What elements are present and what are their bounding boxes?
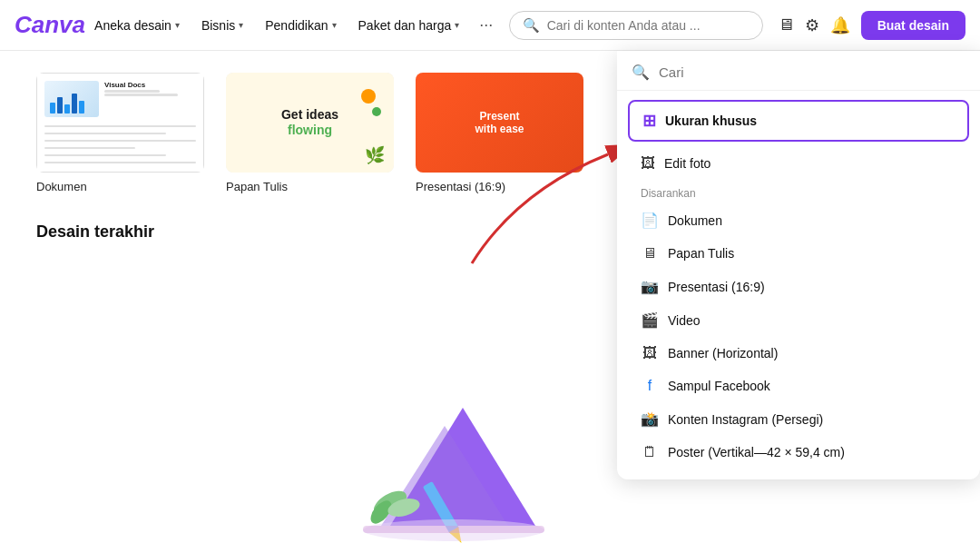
nav-item-bisnis[interactable]: Bisnis ▾ bbox=[192, 13, 252, 38]
dropdown-item-banner[interactable]: 🖼 Banner (Horizontal) bbox=[617, 337, 980, 370]
nav-right: 🖥 ⚙ 🔔 Buat desain bbox=[778, 11, 965, 40]
doc-visual-title: Visual Docs bbox=[104, 81, 196, 89]
nav-item-paket[interactable]: Paket dan harga ▾ bbox=[349, 13, 469, 38]
dropdown-search-input[interactable] bbox=[659, 64, 965, 80]
template-card-presentasi[interactable]: Presentwith ease Presentasi (16:9) bbox=[416, 73, 583, 193]
papan-text: Get ideas flowing bbox=[281, 107, 338, 138]
decoration-dot bbox=[372, 107, 381, 116]
buat-desain-button[interactable]: Buat desain bbox=[861, 11, 965, 40]
presentasi-text: Presentwith ease bbox=[475, 110, 524, 135]
dropdown-item-presentasi[interactable]: 📷 Presentasi (16:9) bbox=[617, 270, 980, 303]
whiteboard-icon: 🖥 bbox=[641, 245, 659, 262]
presentation-icon: 📷 bbox=[641, 278, 659, 295]
template-thumb-presentasi: Presentwith ease bbox=[416, 73, 583, 173]
svg-point-5 bbox=[367, 497, 396, 527]
svg-marker-0 bbox=[390, 408, 535, 526]
doc-line bbox=[44, 125, 196, 127]
svg-marker-3 bbox=[449, 527, 466, 546]
doc-chart bbox=[44, 81, 99, 117]
monitor-icon-button[interactable]: 🖥 bbox=[778, 15, 794, 35]
illustration-svg bbox=[254, 371, 635, 553]
disarankan-label: Disarankan bbox=[617, 180, 980, 203]
search-dropdown: 🔍 ⊞ Ukuran khusus 🖼 Edit foto Disarankan… bbox=[617, 51, 980, 479]
dropdown-search-row: 🔍 bbox=[617, 51, 980, 91]
search-input[interactable] bbox=[547, 18, 750, 33]
template-thumb-papan: Get ideas flowing 🌿 bbox=[226, 73, 394, 173]
doc-line bbox=[44, 162, 196, 163]
chevron-icon: ▾ bbox=[239, 20, 243, 30]
dropdown-item-poster[interactable]: 🗒 Poster (Vertikal—42 × 59,4 cm) bbox=[617, 436, 980, 469]
leaf-icon: 🌿 bbox=[365, 145, 385, 165]
search-icon: 🔍 bbox=[632, 64, 650, 81]
svg-point-6 bbox=[386, 496, 421, 520]
template-label-presentasi: Presentasi (16:9) bbox=[416, 180, 583, 193]
photo-edit-icon: 🖼 bbox=[641, 155, 655, 172]
search-bar[interactable]: 🔍 bbox=[509, 11, 763, 40]
svg-rect-2 bbox=[423, 481, 459, 534]
template-label-dokumen: Dokumen bbox=[36, 180, 204, 193]
search-icon: 🔍 bbox=[523, 17, 540, 34]
settings-icon-button[interactable]: ⚙ bbox=[805, 15, 819, 35]
nav-more-button[interactable]: ··· bbox=[472, 10, 500, 40]
svg-point-7 bbox=[363, 519, 544, 541]
dropdown-item-papan-tulis[interactable]: 🖥 Papan Tulis bbox=[617, 237, 980, 270]
dropdown-item-instagram[interactable]: 📸 Konten Instagram (Persegi) bbox=[617, 402, 980, 436]
navbar: Canva Aneka desain ▾ Bisnis ▾ Pendidikan… bbox=[0, 0, 980, 51]
decoration-dot bbox=[361, 89, 376, 104]
svg-point-4 bbox=[370, 486, 411, 519]
facebook-icon: f bbox=[641, 378, 659, 394]
dropdown-item-facebook[interactable]: f Sampul Facebook bbox=[617, 370, 980, 402]
template-thumb-dokumen: Visual Docs bbox=[36, 73, 204, 173]
chevron-icon: ▾ bbox=[175, 20, 180, 30]
dropdown-item-dokumen[interactable]: 📄 Dokumen bbox=[617, 203, 980, 237]
resize-icon: ⊞ bbox=[642, 111, 656, 131]
svg-rect-8 bbox=[363, 526, 544, 533]
document-icon: 📄 bbox=[641, 212, 659, 229]
nav-item-aneka-desain[interactable]: Aneka desain ▾ bbox=[85, 13, 189, 38]
template-label-papan: Papan Tulis bbox=[226, 180, 394, 193]
template-card-dokumen[interactable]: Visual Docs Dokumen bbox=[36, 73, 204, 193]
doc-line bbox=[44, 147, 135, 149]
doc-line bbox=[44, 154, 166, 156]
logo: Canva bbox=[15, 11, 85, 39]
doc-line bbox=[44, 133, 166, 134]
doc-line bbox=[44, 140, 196, 142]
notification-icon-button[interactable]: 🔔 bbox=[830, 15, 850, 35]
chevron-icon: ▾ bbox=[455, 20, 459, 30]
video-icon: 🎬 bbox=[641, 311, 659, 329]
doc-line bbox=[104, 90, 160, 93]
nav-item-pendidikan[interactable]: Pendidikan ▾ bbox=[256, 13, 345, 38]
ukuran-khusus-button[interactable]: ⊞ Ukuran khusus bbox=[628, 100, 969, 142]
poster-icon: 🗒 bbox=[641, 444, 659, 460]
banner-icon: 🖼 bbox=[641, 345, 659, 361]
instagram-icon: 📸 bbox=[641, 410, 659, 428]
nav-items: Aneka desain ▾ Bisnis ▾ Pendidikan ▾ Pak… bbox=[85, 10, 500, 40]
edit-foto-item[interactable]: 🖼 Edit foto bbox=[617, 147, 980, 180]
illustration-area bbox=[254, 371, 635, 553]
chevron-icon: ▾ bbox=[332, 20, 337, 30]
svg-marker-1 bbox=[381, 426, 508, 526]
template-card-papan[interactable]: Get ideas flowing 🌿 Papan Tulis bbox=[226, 73, 394, 193]
doc-line bbox=[104, 94, 178, 96]
dropdown-item-video[interactable]: 🎬 Video bbox=[617, 303, 980, 337]
